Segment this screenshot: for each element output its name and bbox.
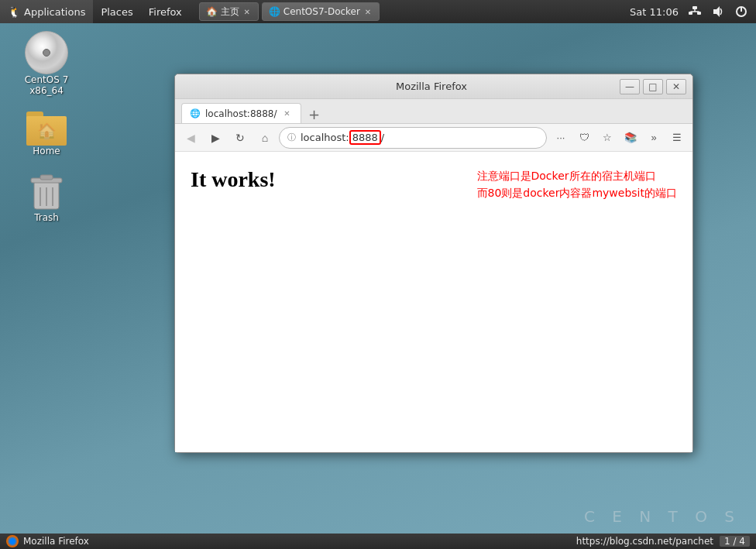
taskbar-right: Sat 11:06: [630, 5, 756, 19]
status-bar: Mozilla Firefox https://blog.csdn.net/pa…: [0, 534, 756, 549]
address-text: localhost:8888/: [301, 132, 538, 143]
annotation: 注意端口是Docker所在的宿主机端口 而80则是docker内容器mywebs…: [477, 167, 678, 202]
address-bar[interactable]: ⓘ localhost:8888/: [279, 127, 547, 149]
maximize-button[interactable]: □: [643, 79, 663, 94]
firefox-logo: [6, 535, 19, 547]
taskbar-left: 🐧 Applications Places Firefox 🏠 主页 ✕ 🌐 C…: [0, 0, 381, 23]
svg-marker-6: [713, 6, 720, 17]
cd-label: CentOS 7 x86_64: [15, 74, 77, 96]
trash-image: [28, 172, 65, 212]
status-url: https://blog.csdn.net/panchet: [576, 536, 713, 547]
home-label: Home: [33, 146, 60, 156]
power-icon[interactable]: [734, 5, 748, 19]
sidebar-button[interactable]: »: [643, 127, 665, 149]
window-tab-docker[interactable]: 🌐 CentOS7-Docker ✕: [262, 2, 380, 21]
back-button[interactable]: ◀: [180, 127, 201, 149]
browser-tab-active[interactable]: 🌐 localhost:8888/ ✕: [181, 103, 301, 123]
firefox-menu[interactable]: Firefox: [141, 0, 190, 23]
close-button[interactable]: ✕: [666, 79, 686, 94]
places-menu[interactable]: Places: [93, 0, 140, 23]
window-title: Mozilla Firefox: [243, 81, 620, 92]
browser-content: It works! 注意端口是Docker所在的宿主机端口 而80则是docke…: [175, 152, 692, 452]
trash-label: Trash: [34, 212, 59, 223]
annotation-line2: 而80则是docker内容器mywebsit的端口: [477, 184, 678, 201]
status-app-label: Mozilla Firefox: [23, 536, 89, 547]
tab-label: localhost:8888/: [205, 108, 277, 119]
window-controls: — □ ✕: [620, 79, 686, 94]
tab-close-button[interactable]: ✕: [282, 108, 293, 119]
forward-button[interactable]: ▶: [204, 127, 226, 149]
applications-menu[interactable]: 🐧 Applications: [0, 0, 93, 23]
centos-watermark: C E N T O S: [584, 507, 741, 526]
port-highlight: 8888: [349, 130, 381, 145]
home-button[interactable]: ⌂: [254, 127, 276, 149]
window-tab-home-close[interactable]: ✕: [242, 7, 252, 16]
open-windows: 🏠 主页 ✕ 🌐 CentOS7-Docker ✕: [198, 0, 381, 23]
network-icon[interactable]: [688, 5, 702, 19]
cd-image: [25, 31, 68, 74]
reload-button[interactable]: ↻: [229, 127, 251, 149]
desktop-icons: CentOS 7 x86_64 🏠 Home Trash: [15, 31, 77, 223]
window-tab-home[interactable]: 🏠 主页 ✕: [199, 2, 259, 21]
new-tab-button[interactable]: +: [304, 105, 325, 123]
toolbar-icons: ··· 🛡 ☆ 📚 » ☰: [550, 127, 688, 149]
library-button[interactable]: 📚: [620, 127, 641, 149]
volume-icon[interactable]: [711, 5, 725, 19]
svg-rect-11: [40, 175, 53, 180]
clock: Sat 11:06: [630, 6, 679, 18]
status-left: Mozilla Firefox: [6, 535, 89, 547]
browser-toolbar: ◀ ▶ ↻ ⌂ ⓘ localhost:8888/ ··· 🛡 ☆ 📚 » ☰: [175, 124, 692, 152]
window-titlebar: Mozilla Firefox — □ ✕: [175, 74, 692, 99]
folder-image: 🏠: [26, 112, 67, 146]
window-tab-docker-close[interactable]: ✕: [363, 7, 373, 16]
browser-tabs: 🌐 localhost:8888/ ✕ +: [175, 99, 692, 124]
status-right: https://blog.csdn.net/panchet 1 / 4: [576, 536, 750, 547]
taskbar-top: 🐧 Applications Places Firefox 🏠 主页 ✕ 🌐 C…: [0, 0, 756, 23]
desktop-icon-home[interactable]: 🏠 Home: [15, 112, 77, 156]
security-icon: ⓘ: [287, 132, 296, 143]
desktop-icon-centos-dvd[interactable]: CentOS 7 x86_64: [15, 31, 77, 96]
page-indicator: 1 / 4: [720, 536, 750, 547]
bookmark-button[interactable]: ☆: [596, 127, 618, 149]
firefox-window: Mozilla Firefox — □ ✕ 🌐 localhost:8888/ …: [174, 74, 693, 453]
menu-button[interactable]: ☰: [666, 127, 688, 149]
svg-rect-0: [692, 6, 697, 9]
annotation-line1: 注意端口是Docker所在的宿主机端口: [477, 167, 678, 184]
more-button[interactable]: ···: [550, 127, 572, 149]
shield-button[interactable]: 🛡: [573, 127, 595, 149]
desktop-icon-trash[interactable]: Trash: [15, 172, 77, 223]
minimize-button[interactable]: —: [620, 79, 640, 94]
